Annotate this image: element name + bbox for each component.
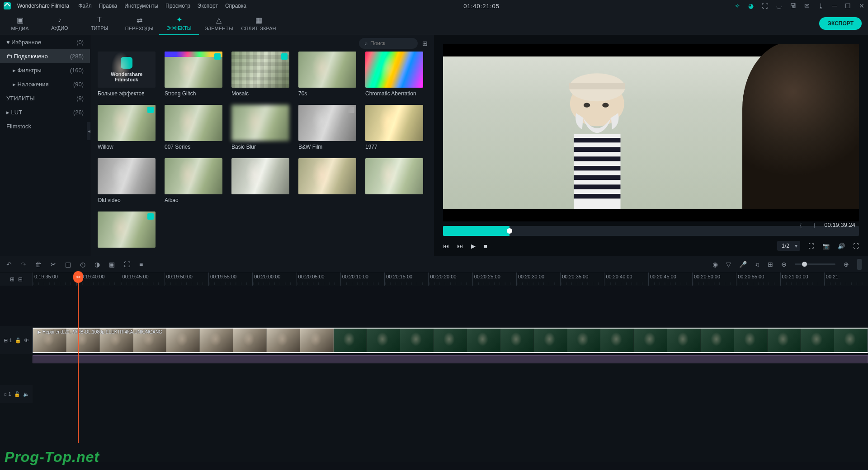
zoom-out-icon[interactable]: ⊖ [781, 261, 787, 268]
menu-help[interactable]: Справка [225, 3, 246, 9]
settings-icon[interactable]: ≡ [139, 261, 143, 268]
effect-item-9[interactable]: 1977 [365, 105, 423, 150]
effect-item-0[interactable]: WondershareFilmstockБольше эффектов [98, 52, 156, 97]
tab-effects[interactable]: ✦ЭФФЕКТЫ [159, 12, 199, 35]
menu-tools[interactable]: Инструменты [124, 3, 158, 9]
tab-titles[interactable]: TТИТРЫ [80, 12, 119, 35]
ruler-tick[interactable]: 00:19:40:00 [76, 273, 120, 286]
tab-audio[interactable]: ♪АУДИО [40, 12, 80, 35]
user-icon[interactable]: ◡ [776, 2, 782, 9]
menu-view[interactable]: Просмотр [165, 3, 190, 9]
monitor-icon[interactable]: ⛶ [808, 243, 814, 249]
ruler-tick[interactable]: 00:20:45:00 [648, 273, 692, 286]
track-eye-icon[interactable]: 👁 [24, 338, 29, 343]
track-lock-icon[interactable]: 🔓 [14, 391, 20, 397]
greenscreen-icon[interactable]: ▣ [109, 261, 115, 268]
sidebar-item-6[interactable]: Filmstock [0, 119, 90, 133]
mic-icon[interactable]: 🎤 [739, 261, 747, 268]
music-icon[interactable]: ♫ [755, 261, 760, 268]
lightbulb-icon[interactable]: ✧ [735, 2, 740, 9]
headphones-icon[interactable]: ◕ [748, 2, 754, 9]
maximize-icon[interactable]: ☐ [845, 2, 851, 9]
effect-item-11[interactable]: Aibao [165, 158, 222, 203]
download-icon[interactable]: ⭳ [818, 2, 824, 9]
effect-item-1[interactable]: Strong Glitch [165, 52, 222, 97]
ruler-tick[interactable]: 00:21: [824, 273, 868, 286]
zoom-in-icon[interactable]: ⊕ [844, 261, 849, 268]
next-frame-icon[interactable]: ⏭ [457, 243, 463, 249]
ruler-tick[interactable]: 00:20:05:00 [297, 273, 340, 286]
render-icon[interactable]: ⊞ [768, 261, 773, 268]
snapshot-icon[interactable]: 📷 [822, 243, 830, 249]
tab-media[interactable]: ▣МЕДИА [0, 12, 40, 35]
expand-icon[interactable]: ⛶ [124, 261, 130, 268]
effect-item-10[interactable]: Old video [98, 158, 156, 203]
ruler-tick[interactable]: 00:21:00:00 [780, 273, 824, 286]
effect-item-6[interactable]: 007 Series [165, 105, 222, 150]
stop-icon[interactable]: ■ [484, 243, 487, 249]
delete-icon[interactable]: 🗑 [35, 261, 42, 268]
ruler-tick[interactable]: 00:20:50:00 [692, 273, 736, 286]
timeline-ruler[interactable]: 0:19:35:0000:19:40:0000:19:45:0000:19:50… [33, 273, 868, 286]
sidebar-item-4[interactable]: УТИЛИТЫ(9) [0, 91, 90, 105]
save-icon[interactable]: 🖫 [790, 2, 796, 9]
ruler-tick[interactable]: 00:20:55:00 [736, 273, 780, 286]
ruler-tick[interactable]: 00:20:25:00 [472, 273, 516, 286]
tab-split[interactable]: ▦СПЛИТ ЭКРАН [239, 12, 278, 35]
ruler-tick[interactable]: 00:20:15:00 [384, 273, 428, 286]
effect-item-12[interactable] [231, 158, 289, 203]
gift-icon[interactable]: ⛶ [762, 2, 768, 9]
track-options-icon[interactable]: ⊟ [18, 276, 23, 282]
sidebar-item-5[interactable]: ▸ LUT(26) [0, 105, 90, 119]
sidebar-item-1[interactable]: 🗀 Подключено(285) [0, 49, 90, 63]
speed-icon[interactable]: ◷ [80, 261, 85, 268]
ruler-tick[interactable]: 00:20:20:00 [428, 273, 472, 286]
ruler-tick[interactable]: 00:20:00:00 [252, 273, 296, 286]
effect-item-8[interactable]: B&W Film [298, 105, 356, 150]
ruler-tick[interactable]: 00:19:45:00 [121, 273, 165, 286]
mail-icon[interactable]: ✉ [804, 2, 810, 9]
cut-icon[interactable]: ✂ [51, 261, 56, 268]
track-add-icon[interactable]: ⊞ [10, 276, 14, 282]
marker-icon[interactable]: ▽ [726, 261, 731, 268]
effect-item-3[interactable]: 70s [298, 52, 356, 97]
menu-export[interactable]: Экспорт [198, 3, 218, 9]
redo-icon[interactable]: ↷ [21, 261, 26, 268]
ruler-tick[interactable]: 00:19:50:00 [165, 273, 208, 286]
close-icon[interactable]: ✕ [859, 2, 864, 9]
preview-zoom-select[interactable]: 1/2 [777, 241, 800, 251]
search-box[interactable]: ⌕ [359, 38, 418, 49]
effect-item-4[interactable]: Chromatic Aberration [365, 52, 423, 97]
ruler-tick[interactable]: 00:20:10:00 [340, 273, 384, 286]
effect-item-5[interactable]: Willow [98, 105, 156, 150]
effect-item-2[interactable]: Mosaic [231, 52, 289, 97]
crop-icon[interactable]: ◫ [65, 261, 71, 268]
track-mute-icon[interactable]: 🔈 [23, 391, 29, 397]
volume-icon[interactable]: 🔊 [838, 243, 845, 249]
undo-icon[interactable]: ↶ [6, 261, 12, 268]
zoom-slider[interactable] [795, 263, 835, 265]
mixer-icon[interactable]: ◉ [712, 261, 718, 268]
ruler-tick[interactable]: 00:20:40:00 [604, 273, 648, 286]
export-button[interactable]: ЭКСПОРТ [819, 17, 862, 30]
preview-video[interactable] [443, 44, 859, 221]
prev-frame-icon[interactable]: ⏮ [443, 243, 449, 249]
menu-edit[interactable]: Правка [99, 3, 118, 9]
search-input[interactable] [370, 40, 406, 47]
ruler-tick[interactable]: 00:20:35:00 [560, 273, 604, 286]
effect-item-7[interactable]: Basic Blur [231, 105, 289, 150]
track-lock-icon[interactable]: 🔓 [15, 338, 21, 343]
ruler-tick[interactable]: 00:19:55:00 [208, 273, 252, 286]
sidebar-item-3[interactable]: ▸ Наложения(90) [0, 77, 90, 91]
video-clip[interactable]: ▶ Heppi.end.20...WEB-DL.1080p.ELEKTRI4KA… [33, 328, 868, 353]
effect-item-14[interactable] [365, 158, 423, 203]
effect-item-15[interactable] [98, 212, 156, 250]
ruler-tick[interactable]: 0:19:35:00 [33, 273, 76, 286]
fullscreen-icon[interactable]: ⛶ [853, 243, 859, 249]
preview-scrubber[interactable] [443, 226, 859, 236]
tab-transitions[interactable]: ⇄ПЕРЕХОДЫ [119, 12, 159, 35]
menu-file[interactable]: Файл [78, 3, 92, 9]
grid-view-icon[interactable]: ⊞ [422, 40, 428, 47]
color-icon[interactable]: ◑ [94, 261, 100, 268]
sidebar-item-0[interactable]: ♥ Избранное(0) [0, 35, 90, 49]
